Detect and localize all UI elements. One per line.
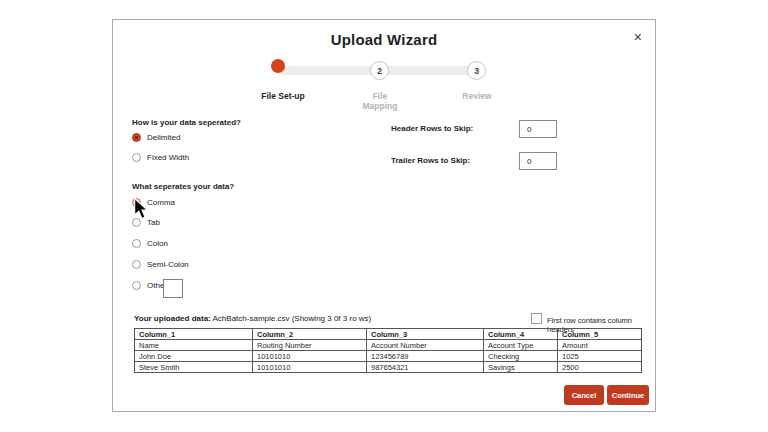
radio-delimited[interactable] bbox=[132, 133, 141, 142]
table-header-row: Column_1 Column_2 Column_3 Column_4 Colu… bbox=[135, 329, 642, 340]
step-2-indicator: 2 bbox=[370, 61, 389, 80]
radio-fixed-width-label: Fixed Width bbox=[147, 153, 189, 162]
header-rows-input[interactable] bbox=[519, 120, 557, 138]
other-separator-input[interactable] bbox=[163, 279, 183, 298]
table-cell: 10101010 bbox=[253, 362, 367, 373]
radio-row-colon[interactable]: Colon bbox=[132, 239, 168, 248]
table-cell: Steve Smith bbox=[135, 362, 253, 373]
table-cell: 1025 bbox=[558, 351, 642, 362]
table-cell: Amount bbox=[558, 340, 642, 351]
trailer-rows-label: Trailer Rows to Skip: bbox=[391, 156, 470, 165]
radio-colon[interactable] bbox=[132, 239, 141, 248]
radio-comma-label: Comma bbox=[147, 198, 175, 207]
step-3-indicator: 3 bbox=[467, 61, 486, 80]
table-cell: 123456789 bbox=[367, 351, 484, 362]
close-icon[interactable]: × bbox=[634, 30, 642, 44]
uploaded-data-table: Column_1 Column_2 Column_3 Column_4 Colu… bbox=[134, 328, 642, 373]
column-header: Column_2 bbox=[253, 329, 367, 340]
table-cell: Routing Number bbox=[253, 340, 367, 351]
radio-colon-label: Colon bbox=[147, 239, 168, 248]
table-row: John Doe 10101010 123456789 Checking 102… bbox=[135, 351, 642, 362]
table-cell: Account Type bbox=[484, 340, 558, 351]
trailer-rows-input[interactable] bbox=[519, 152, 557, 170]
first-row-headers-checkbox[interactable] bbox=[531, 313, 542, 324]
radio-semi-colon[interactable] bbox=[132, 260, 141, 269]
step-1-indicator bbox=[271, 59, 285, 73]
column-header: Column_4 bbox=[484, 329, 558, 340]
table-cell: Savings bbox=[484, 362, 558, 373]
step-1-label: File Set-up bbox=[243, 91, 323, 101]
cancel-button[interactable]: Cancel bbox=[564, 385, 604, 405]
radio-row-fixed-width[interactable]: Fixed Width bbox=[132, 153, 189, 162]
header-rows-label: Header Rows to Skip: bbox=[391, 124, 473, 133]
table-cell: John Doe bbox=[135, 351, 253, 362]
radio-semi-colon-label: Semi-Colon bbox=[147, 260, 189, 269]
radio-row-other[interactable]: Other bbox=[132, 281, 167, 290]
uploaded-data-line: Your uploaded data: AchBatch-sample.csv … bbox=[134, 314, 371, 323]
table-row: Steve Smith 10101010 987654321 Savings 2… bbox=[135, 362, 642, 373]
table-cell: Account Number bbox=[367, 340, 484, 351]
column-header: Column_5 bbox=[558, 329, 642, 340]
page-background: Upload Wizard × 2 3 File Set-up File Map… bbox=[0, 0, 768, 432]
radio-fixed-width[interactable] bbox=[132, 153, 141, 162]
mouse-cursor-icon bbox=[133, 198, 149, 221]
table-row: Name Routing Number Account Number Accou… bbox=[135, 340, 642, 351]
uploaded-data-label: Your uploaded data: bbox=[134, 314, 211, 323]
separator-question: What seperates your data? bbox=[132, 182, 234, 191]
table-cell: Name bbox=[135, 340, 253, 351]
separation-question: How is your data seperated? bbox=[132, 118, 241, 127]
step-3-label: Review bbox=[447, 91, 507, 101]
dialog-title: Upload Wizard bbox=[113, 31, 655, 48]
radio-row-semi-colon[interactable]: Semi-Colon bbox=[132, 260, 189, 269]
column-header: Column_3 bbox=[367, 329, 484, 340]
radio-delimited-label: Delimited bbox=[147, 133, 180, 142]
step-2-label: File Mapping bbox=[357, 91, 403, 111]
continue-button[interactable]: Continue bbox=[607, 385, 649, 405]
upload-wizard-dialog: Upload Wizard × 2 3 File Set-up File Map… bbox=[112, 19, 656, 412]
table-cell: 987654321 bbox=[367, 362, 484, 373]
column-header: Column_1 bbox=[135, 329, 253, 340]
radio-other[interactable] bbox=[132, 281, 141, 290]
radio-row-delimited[interactable]: Delimited bbox=[132, 133, 180, 142]
table-cell: 2500 bbox=[558, 362, 642, 373]
table-cell: 10101010 bbox=[253, 351, 367, 362]
table-cell: Checking bbox=[484, 351, 558, 362]
uploaded-file-info: AchBatch-sample.csv (Showing 3 0f 3 ro w… bbox=[211, 314, 372, 323]
